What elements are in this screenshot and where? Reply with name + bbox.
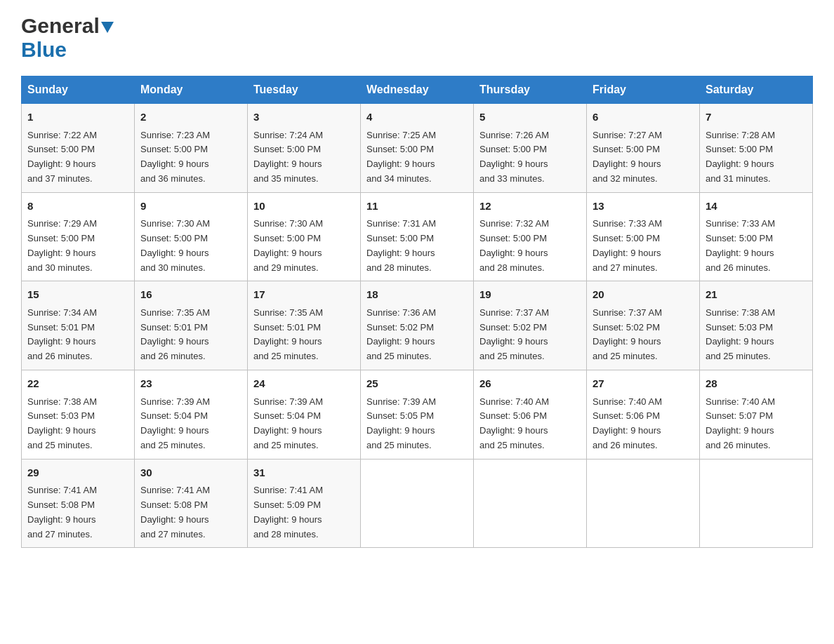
calendar-cell: 28 Sunrise: 7:40 AMSunset: 5:07 PMDaylig… [700,370,813,459]
day-number: 6 [593,109,694,126]
calendar-cell: 17 Sunrise: 7:35 AMSunset: 5:01 PMDaylig… [248,281,361,370]
calendar-cell [361,459,474,548]
calendar-cell: 14 Sunrise: 7:33 AMSunset: 5:00 PMDaylig… [700,192,813,281]
day-info: Sunrise: 7:25 AMSunset: 5:00 PMDaylight:… [366,130,436,184]
calendar-cell: 24 Sunrise: 7:39 AMSunset: 5:04 PMDaylig… [248,370,361,459]
day-info: Sunrise: 7:39 AMSunset: 5:04 PMDaylight:… [253,396,323,450]
day-number: 7 [706,109,807,126]
day-info: Sunrise: 7:27 AMSunset: 5:00 PMDaylight:… [593,130,662,184]
day-info: Sunrise: 7:40 AMSunset: 5:06 PMDaylight:… [479,396,549,450]
calendar-cell: 22 Sunrise: 7:38 AMSunset: 5:03 PMDaylig… [22,370,135,459]
calendar-cell: 1 Sunrise: 7:22 AMSunset: 5:00 PMDayligh… [22,104,135,193]
day-number: 9 [140,199,241,215]
day-info: Sunrise: 7:22 AMSunset: 5:00 PMDaylight:… [27,130,97,184]
day-number: 24 [253,376,355,392]
day-number: 15 [27,287,128,303]
calendar-cell: 26 Sunrise: 7:40 AMSunset: 5:06 PMDaylig… [474,370,587,459]
logo-triangle-icon [101,22,114,33]
calendar-cell: 13 Sunrise: 7:33 AMSunset: 5:00 PMDaylig… [587,192,700,281]
calendar-cell: 4 Sunrise: 7:25 AMSunset: 5:00 PMDayligh… [361,104,474,193]
day-number: 22 [27,376,128,392]
week-row-4: 22 Sunrise: 7:38 AMSunset: 5:03 PMDaylig… [22,370,813,459]
day-number: 13 [593,199,694,215]
day-number: 20 [593,287,694,303]
day-number: 1 [27,109,128,126]
day-info: Sunrise: 7:41 AMSunset: 5:08 PMDaylight:… [27,485,97,539]
logo-blue-text: Blue [21,38,67,61]
calendar-cell: 15 Sunrise: 7:34 AMSunset: 5:01 PMDaylig… [22,281,135,370]
logo-general-text: General [21,14,100,38]
header-monday: Monday [135,76,248,104]
day-number: 29 [27,465,128,481]
calendar-cell: 12 Sunrise: 7:32 AMSunset: 5:00 PMDaylig… [474,192,587,281]
day-info: Sunrise: 7:33 AMSunset: 5:00 PMDaylight:… [593,218,662,272]
calendar-cell: 3 Sunrise: 7:24 AMSunset: 5:00 PMDayligh… [248,104,361,193]
day-number: 30 [140,465,241,481]
day-number: 17 [253,287,355,303]
calendar-cell: 23 Sunrise: 7:39 AMSunset: 5:04 PMDaylig… [135,370,248,459]
header-wednesday: Wednesday [361,76,474,104]
calendar-cell: 10 Sunrise: 7:30 AMSunset: 5:00 PMDaylig… [248,192,361,281]
calendar-cell: 7 Sunrise: 7:28 AMSunset: 5:00 PMDayligh… [700,104,813,193]
day-info: Sunrise: 7:30 AMSunset: 5:00 PMDaylight:… [253,218,323,272]
week-row-1: 1 Sunrise: 7:22 AMSunset: 5:00 PMDayligh… [22,104,813,193]
calendar-cell: 27 Sunrise: 7:40 AMSunset: 5:06 PMDaylig… [587,370,700,459]
calendar-cell: 31 Sunrise: 7:41 AMSunset: 5:09 PMDaylig… [248,459,361,548]
header-sunday: Sunday [22,76,135,104]
day-number: 23 [140,376,241,392]
day-info: Sunrise: 7:38 AMSunset: 5:03 PMDaylight:… [27,396,97,450]
page-header: General Blue [21,14,813,62]
day-number: 12 [479,199,581,215]
day-info: Sunrise: 7:41 AMSunset: 5:09 PMDaylight:… [253,485,323,539]
header-friday: Friday [587,76,700,104]
day-info: Sunrise: 7:37 AMSunset: 5:02 PMDaylight:… [593,307,662,361]
calendar-cell [587,459,700,548]
day-number: 31 [253,465,355,481]
calendar-cell: 16 Sunrise: 7:35 AMSunset: 5:01 PMDaylig… [135,281,248,370]
week-row-3: 15 Sunrise: 7:34 AMSunset: 5:01 PMDaylig… [22,281,813,370]
calendar-cell: 8 Sunrise: 7:29 AMSunset: 5:00 PMDayligh… [22,192,135,281]
day-info: Sunrise: 7:39 AMSunset: 5:05 PMDaylight:… [366,396,436,450]
day-number: 19 [479,287,581,303]
calendar-cell: 21 Sunrise: 7:38 AMSunset: 5:03 PMDaylig… [700,281,813,370]
calendar-table: SundayMondayTuesdayWednesdayThursdayFrid… [21,76,813,548]
day-info: Sunrise: 7:29 AMSunset: 5:00 PMDaylight:… [27,218,97,272]
day-info: Sunrise: 7:30 AMSunset: 5:00 PMDaylight:… [140,218,210,272]
day-info: Sunrise: 7:23 AMSunset: 5:00 PMDaylight:… [140,130,210,184]
day-info: Sunrise: 7:34 AMSunset: 5:01 PMDaylight:… [27,307,97,361]
day-info: Sunrise: 7:35 AMSunset: 5:01 PMDaylight:… [140,307,210,361]
day-info: Sunrise: 7:33 AMSunset: 5:00 PMDaylight:… [706,218,775,272]
calendar-cell: 5 Sunrise: 7:26 AMSunset: 5:00 PMDayligh… [474,104,587,193]
calendar-cell [474,459,587,548]
header-tuesday: Tuesday [248,76,361,104]
day-info: Sunrise: 7:40 AMSunset: 5:06 PMDaylight:… [593,396,662,450]
day-info: Sunrise: 7:35 AMSunset: 5:01 PMDaylight:… [253,307,323,361]
day-info: Sunrise: 7:38 AMSunset: 5:03 PMDaylight:… [706,307,775,361]
day-info: Sunrise: 7:36 AMSunset: 5:02 PMDaylight:… [366,307,436,361]
day-info: Sunrise: 7:37 AMSunset: 5:02 PMDaylight:… [479,307,549,361]
day-number: 18 [366,287,468,303]
day-number: 10 [253,199,355,215]
calendar-cell: 25 Sunrise: 7:39 AMSunset: 5:05 PMDaylig… [361,370,474,459]
day-info: Sunrise: 7:26 AMSunset: 5:00 PMDaylight:… [479,130,549,184]
calendar-cell: 9 Sunrise: 7:30 AMSunset: 5:00 PMDayligh… [135,192,248,281]
day-info: Sunrise: 7:32 AMSunset: 5:00 PMDaylight:… [479,218,549,272]
day-number: 8 [27,199,128,215]
day-number: 2 [140,109,241,126]
calendar-cell: 29 Sunrise: 7:41 AMSunset: 5:08 PMDaylig… [22,459,135,548]
logo: General Blue [21,14,114,62]
day-info: Sunrise: 7:40 AMSunset: 5:07 PMDaylight:… [706,396,775,450]
day-info: Sunrise: 7:28 AMSunset: 5:00 PMDaylight:… [706,130,775,184]
day-info: Sunrise: 7:31 AMSunset: 5:00 PMDaylight:… [366,218,436,272]
day-number: 3 [253,109,355,126]
day-info: Sunrise: 7:41 AMSunset: 5:08 PMDaylight:… [140,485,210,539]
day-number: 25 [366,376,468,392]
calendar-cell: 18 Sunrise: 7:36 AMSunset: 5:02 PMDaylig… [361,281,474,370]
day-info: Sunrise: 7:24 AMSunset: 5:00 PMDaylight:… [253,130,323,184]
week-row-2: 8 Sunrise: 7:29 AMSunset: 5:00 PMDayligh… [22,192,813,281]
day-number: 16 [140,287,241,303]
day-number: 14 [706,199,807,215]
calendar-cell: 2 Sunrise: 7:23 AMSunset: 5:00 PMDayligh… [135,104,248,193]
calendar-cell [700,459,813,548]
day-info: Sunrise: 7:39 AMSunset: 5:04 PMDaylight:… [140,396,210,450]
